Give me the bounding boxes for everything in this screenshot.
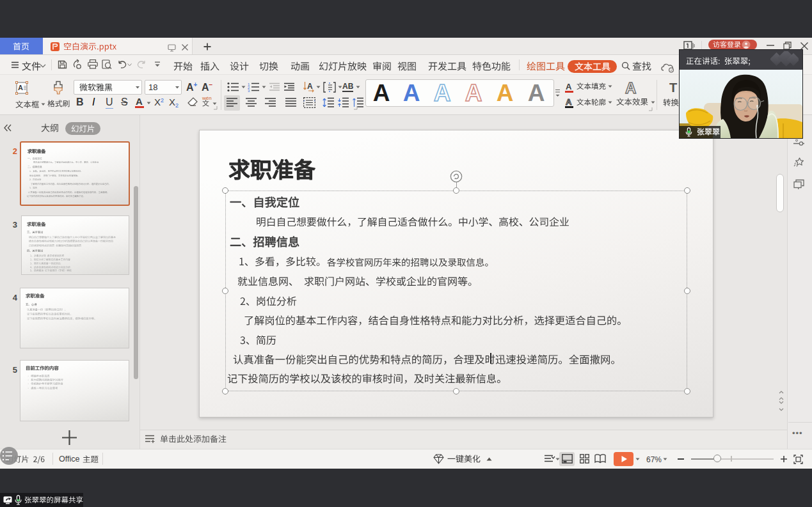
svg-text:A: A — [18, 84, 23, 91]
svg-text:A: A — [307, 82, 313, 91]
svg-text:3: 3 — [248, 89, 250, 92]
